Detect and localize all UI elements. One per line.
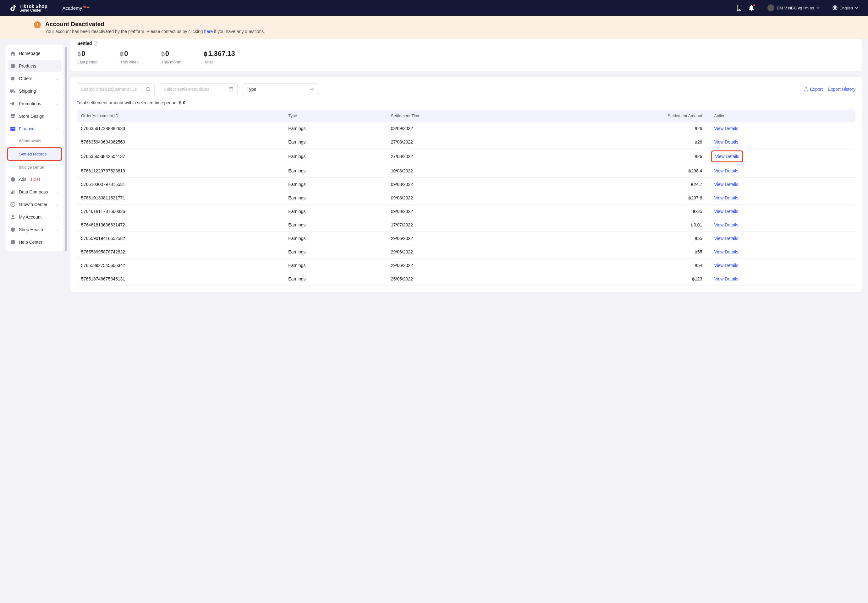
help-icon bbox=[10, 239, 16, 245]
export-history-link[interactable]: Export History bbox=[828, 87, 856, 92]
logo[interactable]: TikTok Shop Seller Center bbox=[10, 4, 48, 12]
top-bar: TikTok Shop Seller Center Academy NEW! D… bbox=[0, 0, 868, 16]
cell-amount: ฿123 bbox=[537, 272, 707, 286]
svg-rect-1 bbox=[739, 9, 740, 10]
view-details-link[interactable]: View Details bbox=[715, 154, 739, 159]
svg-rect-13 bbox=[229, 88, 233, 91]
sidebar-item-label: Help Center bbox=[19, 240, 42, 245]
th-id: Order/Adjustment ID bbox=[77, 110, 284, 122]
user-menu[interactable]: DM V NBC vg I'm so bbox=[767, 5, 820, 11]
sidebar-item-label: Growth Center bbox=[19, 202, 48, 207]
summary-this-week: ฿0 This week bbox=[120, 49, 139, 64]
cell-amount: ฿55 bbox=[537, 232, 707, 245]
mobile-icon[interactable] bbox=[737, 5, 742, 11]
sidebar-sub-settled-records[interactable]: Settled records bbox=[8, 148, 61, 160]
cell-time: 29/06/2022 bbox=[386, 245, 537, 259]
sidebar-item-store-design[interactable]: Store Design bbox=[8, 110, 62, 122]
svg-rect-4 bbox=[11, 77, 14, 80]
cell-amount: ฿-35 bbox=[537, 205, 707, 218]
sidebar-item-orders[interactable]: Orders ⌵ bbox=[8, 72, 62, 85]
logo-text: TikTok Shop Seller Center bbox=[20, 4, 48, 12]
controls-row: Search order/adjustment IDs Select settl… bbox=[77, 83, 856, 95]
cell-type: Earnings bbox=[284, 205, 386, 218]
type-select[interactable]: Type bbox=[243, 83, 318, 95]
sidebar-item-data-compass[interactable]: Data Compass ⌵ bbox=[8, 186, 62, 198]
sidebar-item-help-center[interactable]: Help Center bbox=[8, 236, 62, 249]
period-total: Total settlement amount within selected … bbox=[77, 100, 856, 105]
sidebar-sub-invoice-center[interactable]: Invoice center bbox=[8, 161, 62, 173]
view-details-link[interactable]: View Details bbox=[714, 277, 738, 281]
sidebar-item-homepage[interactable]: Homepage bbox=[8, 47, 62, 60]
table-row: 576518748675345131Earnings25/05/2022฿123… bbox=[77, 272, 856, 286]
view-details-link[interactable]: View Details bbox=[714, 249, 738, 254]
sidebar-item-label: Store Design bbox=[19, 114, 44, 119]
view-details-link[interactable]: View Details bbox=[714, 195, 738, 200]
language-menu[interactable]: English bbox=[832, 5, 858, 10]
academy-label: Academy bbox=[62, 5, 82, 11]
svg-rect-11 bbox=[11, 240, 15, 244]
sidebar-item-promotions[interactable]: Promotions ⌵ bbox=[8, 97, 62, 110]
view-details-link[interactable]: View Details bbox=[714, 236, 738, 241]
tag-icon bbox=[10, 63, 16, 69]
view-details-link[interactable]: View Details bbox=[714, 263, 738, 268]
table-row: 576461811737660336Earnings09/08/2022฿-35… bbox=[77, 205, 856, 218]
hot-badge: HOT! bbox=[31, 177, 40, 181]
date-picker[interactable]: Select settlement dates bbox=[160, 83, 237, 95]
cell-time: 09/08/2022 bbox=[386, 191, 537, 205]
chevron-down-icon: ⌵ bbox=[57, 228, 59, 232]
svg-rect-6 bbox=[10, 128, 16, 128]
sidebar-item-finance[interactable]: Finance ⌵ bbox=[8, 122, 62, 135]
notification-dot bbox=[753, 5, 755, 6]
card-icon bbox=[10, 126, 16, 131]
cell-time: 09/08/2022 bbox=[386, 205, 537, 218]
search-input[interactable]: Search order/adjustment IDs bbox=[77, 83, 155, 95]
sidebar-item-label: My Account bbox=[19, 215, 42, 220]
table-row: 576635617288882633Earnings03/09/2022฿26V… bbox=[77, 122, 856, 135]
sidebar-item-shop-health[interactable]: Shop Health ⌵ bbox=[8, 223, 62, 236]
info-icon[interactable]: ? bbox=[94, 41, 98, 46]
sidebar-item-growth-center[interactable]: Growth Center ⌵ bbox=[8, 198, 62, 211]
cell-id: 576558995878742822 bbox=[77, 245, 284, 259]
cell-time: 03/09/2022 bbox=[386, 122, 537, 135]
cell-amount: ฿54 bbox=[537, 259, 707, 272]
sidebar-item-label: Promotions bbox=[19, 101, 41, 106]
cell-action: View Details bbox=[707, 178, 856, 191]
sidebar-item-shipping[interactable]: Shipping ⌵ bbox=[8, 85, 62, 97]
cell-id: 576610130811521771 bbox=[77, 191, 284, 205]
home-icon bbox=[10, 51, 16, 56]
export-label: Export bbox=[810, 87, 823, 92]
view-details-link[interactable]: View Details bbox=[714, 126, 738, 131]
sidebar-item-products[interactable]: Products ⌵ bbox=[8, 60, 62, 72]
cell-action: View Details bbox=[707, 191, 856, 205]
sidebar-item-my-account[interactable]: My Account ⌵ bbox=[8, 211, 62, 223]
alert-link[interactable]: here bbox=[204, 29, 213, 34]
view-details-link[interactable]: View Details bbox=[714, 223, 738, 227]
sidebar-sub-withdrawals[interactable]: Withdrawals bbox=[8, 135, 62, 147]
cell-amount: ฿0.01 bbox=[537, 218, 707, 232]
cell-time: 27/08/2022 bbox=[386, 135, 537, 149]
sidebar-item-ads[interactable]: Ads HOT! bbox=[8, 173, 62, 186]
view-details-link[interactable]: View Details bbox=[714, 182, 738, 187]
view-details-link[interactable]: View Details bbox=[714, 139, 738, 144]
chevron-down-icon: ⌵ bbox=[57, 77, 59, 80]
type-placeholder: Type bbox=[247, 87, 256, 92]
globe-icon bbox=[832, 5, 837, 10]
cell-amount: ฿298.4 bbox=[537, 164, 707, 178]
sidebar-scrollbar[interactable] bbox=[65, 47, 67, 251]
view-details-link[interactable]: View Details bbox=[714, 209, 738, 214]
cell-amount: ฿26 bbox=[537, 122, 707, 135]
export-button[interactable]: Export bbox=[804, 87, 823, 92]
sidebar-item-label: Shipping bbox=[19, 88, 36, 94]
cell-amount: ฿55 bbox=[537, 245, 707, 259]
academy-link[interactable]: Academy NEW! bbox=[62, 5, 90, 11]
cell-type: Earnings bbox=[284, 149, 386, 164]
sidebar: Homepage Products ⌵ Orders ⌵ Shipping ⌵ … bbox=[6, 45, 64, 251]
username: DM V NBC vg I'm so bbox=[777, 6, 814, 10]
cell-action: View Details bbox=[707, 205, 856, 218]
view-details-link[interactable]: View Details bbox=[714, 169, 738, 173]
cell-id: 576558927545666342 bbox=[77, 259, 284, 272]
table-row: 576635940694362569Earnings27/08/2022฿26V… bbox=[77, 135, 856, 149]
bell-icon[interactable] bbox=[749, 5, 755, 11]
chevron-down-icon bbox=[310, 88, 314, 90]
chevron-down-icon: ⌵ bbox=[57, 203, 59, 206]
